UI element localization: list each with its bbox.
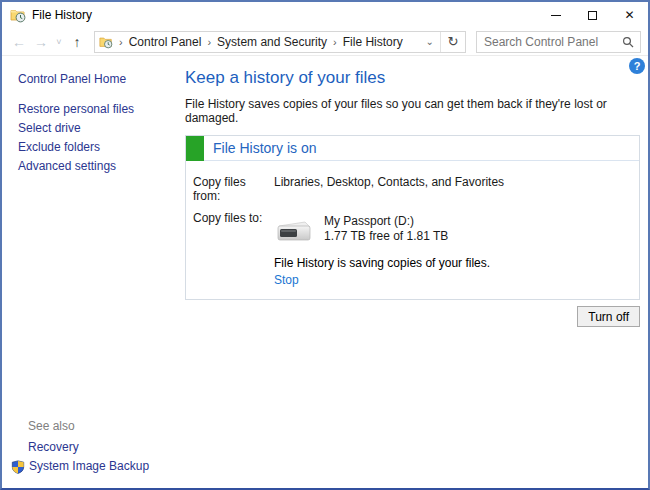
- maximize-button[interactable]: [574, 2, 611, 28]
- drive-block: My Passport (D:) 1.77 TB free of 1.81 TB: [274, 214, 490, 245]
- search-placeholder: Search Control Panel: [484, 35, 622, 49]
- maximize-icon: [588, 11, 597, 20]
- main-content: Keep a history of your files File Histor…: [185, 56, 640, 327]
- status-body: Copy files from: Libraries, Desktop, Con…: [186, 161, 639, 299]
- page-description: File History saves copies of your files …: [185, 97, 640, 125]
- uac-shield-icon: [11, 460, 25, 474]
- turn-off-row: Turn off: [185, 306, 640, 327]
- breadcrumb-system-and-security[interactable]: System and Security: [217, 35, 327, 49]
- status-header: File History is on: [186, 136, 639, 161]
- breadcrumb-file-history[interactable]: File History: [343, 35, 403, 49]
- sidebar-item-select-drive[interactable]: Select drive: [2, 119, 185, 138]
- sidebar-item-advanced-settings[interactable]: Advanced settings: [2, 157, 185, 176]
- search-box[interactable]: Search Control Panel: [476, 31, 641, 53]
- sidebar-item-restore-personal-files[interactable]: Restore personal files: [2, 100, 185, 119]
- file-history-status-box: File History is on Copy files from: Libr…: [185, 135, 640, 300]
- copy-files-to-row: Copy files to:: [193, 211, 625, 287]
- close-button[interactable]: ✕: [611, 2, 648, 28]
- refresh-icon: ↻: [448, 34, 459, 49]
- copy-to-label: Copy files to:: [193, 211, 274, 287]
- stop-link[interactable]: Stop: [274, 273, 299, 287]
- turn-off-button[interactable]: Turn off: [577, 306, 640, 327]
- breadcrumb-separator: ›: [201, 36, 217, 48]
- back-button[interactable]: ←: [8, 35, 30, 49]
- recent-locations-button[interactable]: ˅: [52, 37, 66, 47]
- status-on-indicator: [186, 136, 204, 161]
- back-icon: ←: [12, 34, 26, 50]
- close-icon: ✕: [624, 9, 634, 21]
- system-image-backup-row[interactable]: System Image Backup: [2, 457, 185, 476]
- up-button[interactable]: ↑: [66, 35, 88, 49]
- forward-button[interactable]: →: [30, 35, 52, 49]
- window-title: File History: [32, 8, 92, 22]
- navigation-bar: ← → ˅ ↑ › Control Panel › System and Sec…: [2, 28, 648, 56]
- sidebar-item-recovery[interactable]: Recovery: [2, 438, 185, 457]
- saving-status-text: File History is saving copies of your fi…: [274, 256, 490, 270]
- page-title: Keep a history of your files: [185, 68, 640, 88]
- refresh-button[interactable]: ↻: [441, 34, 465, 49]
- breadcrumb-separator: ›: [113, 36, 129, 48]
- chevron-down-icon: ⌄: [426, 36, 434, 47]
- drive-text: My Passport (D:) 1.77 TB free of 1.81 TB: [324, 214, 448, 245]
- drive-free-space: 1.77 TB free of 1.81 TB: [324, 229, 448, 244]
- copy-from-label: Copy files from:: [193, 175, 274, 203]
- address-dropdown-button[interactable]: ⌄: [420, 36, 440, 47]
- breadcrumb-separator: ›: [327, 36, 343, 48]
- drive-name: My Passport (D:): [324, 214, 448, 229]
- window-controls: ✕: [537, 2, 648, 28]
- file-history-crumb-icon: [99, 35, 113, 49]
- external-drive-icon: [274, 218, 312, 245]
- sidebar-item-exclude-folders[interactable]: Exclude folders: [2, 138, 185, 157]
- titlebar: File History ✕: [2, 2, 648, 28]
- sidebar-item-system-image-backup[interactable]: System Image Backup: [25, 457, 149, 476]
- copy-to-value: My Passport (D:) 1.77 TB free of 1.81 TB…: [274, 211, 490, 287]
- status-title: File History is on: [213, 140, 316, 156]
- minimize-icon: [551, 15, 561, 16]
- breadcrumb-control-panel[interactable]: Control Panel: [129, 35, 202, 49]
- copy-files-from-row: Copy files from: Libraries, Desktop, Con…: [193, 175, 625, 203]
- minimize-button[interactable]: [537, 2, 574, 28]
- up-icon: ↑: [74, 34, 81, 50]
- forward-icon: →: [34, 34, 48, 50]
- copy-from-value: Libraries, Desktop, Contacts, and Favori…: [274, 175, 504, 203]
- search-icon[interactable]: [622, 36, 634, 48]
- chevron-down-icon: ˅: [56, 37, 61, 47]
- sidebar-item-control-panel-home[interactable]: Control Panel Home: [2, 70, 185, 89]
- file-history-window: File History ✕ ← → ˅ ↑ › Control Panel ›…: [0, 0, 650, 490]
- see-also-section: See also Recovery System Image Backup: [2, 419, 185, 476]
- address-bar[interactable]: › Control Panel › System and Security › …: [94, 31, 466, 53]
- sidebar: Control Panel Home Restore personal file…: [2, 56, 185, 488]
- file-history-app-icon: [10, 7, 26, 23]
- see-also-label: See also: [2, 419, 185, 433]
